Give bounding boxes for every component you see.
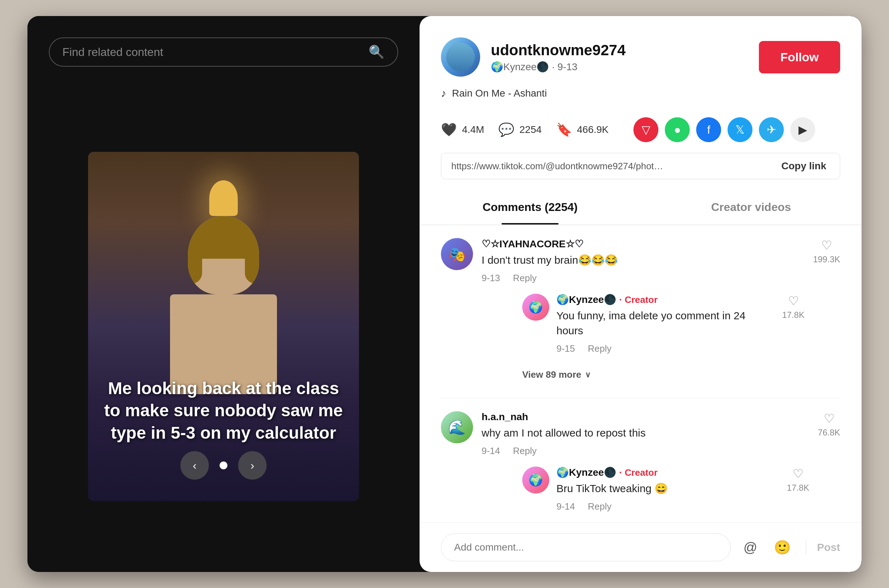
video-frame: Me looking back at the class to make sur…	[88, 152, 359, 501]
reply-2-avatar: 🌍	[522, 466, 549, 494]
chevron-down-icon: ∨	[585, 370, 591, 380]
search-icon: 🔍	[369, 45, 384, 60]
music-row: ♪ Rain On Me - Ashanti	[419, 87, 862, 110]
link-box: https://www.tiktok.com/@udontknowme9274/…	[441, 153, 840, 179]
video-caption: Me looking back at the class to make sur…	[102, 377, 345, 444]
share-btn-repost[interactable]: ▽	[634, 117, 658, 142]
kitchen-scene: Me looking back at the class to make sur…	[88, 152, 359, 501]
comment-input[interactable]	[441, 534, 731, 561]
creator-badge: Creator	[625, 294, 657, 305]
reply-1-avatar: 🌍	[522, 294, 549, 321]
person-hair-side-right	[245, 237, 259, 284]
share-icons: ▽ ● f 𝕏 ✈ ▶	[634, 117, 815, 142]
comment-2-heart-icon[interactable]: ♡	[824, 411, 835, 426]
copy-link-button[interactable]: Copy link	[778, 160, 830, 172]
follow-button[interactable]: Follow	[759, 41, 840, 74]
reply-2: 🌍 🌍Kynzee🌑 · Creator Bru TikTok tweaking…	[522, 456, 809, 522]
comment-1-like-count: 199.3K	[813, 255, 840, 264]
reply-1-text: You funny, ima delete yo comment in 24 h…	[556, 308, 775, 338]
comment-1-content: ♡☆IYAHNACORE☆♡ I don't trust my brain😂😂😂…	[482, 238, 805, 385]
tabs: Comments (2254) Creator videos	[419, 190, 862, 225]
video-area: Me looking back at the class to make sur…	[27, 81, 419, 572]
reply-2-like: ♡ 17.8K	[787, 466, 809, 512]
search-bar-wrap: 🔍	[27, 16, 419, 81]
at-icon[interactable]: @	[738, 535, 763, 560]
emoji-icon[interactable]: 🙂	[770, 535, 795, 560]
share-btn-facebook[interactable]: f	[696, 117, 721, 142]
reply-1-meta: 9-15 Reply	[556, 343, 775, 354]
share-btn-twitter[interactable]: 𝕏	[728, 117, 752, 142]
tab-comments[interactable]: Comments (2254)	[419, 190, 641, 225]
likes-count: 4.4M	[462, 124, 484, 135]
avatar-inner	[446, 43, 475, 71]
bookmarks-count: 466.9K	[577, 124, 609, 135]
reply-1-like: ♡ 17.8K	[782, 294, 805, 354]
comments-count: 2254	[520, 124, 541, 135]
comment-2-reply-btn[interactable]: Reply	[513, 446, 536, 456]
divider	[806, 540, 806, 555]
comment-1-text: I don't trust my brain😂😂😂	[482, 253, 805, 268]
reply-2-date: 9-14	[556, 501, 575, 512]
reply-1-reply-btn[interactable]: Reply	[588, 343, 611, 354]
reply-2-text: Bru TikTok tweaking 😄	[556, 481, 780, 496]
heart-icon: 🖤	[441, 122, 457, 137]
nav-dot-active	[219, 462, 227, 470]
reply-2-meta: 9-14 Reply	[556, 501, 780, 512]
music-title: Rain On Me - Ashanti	[452, 88, 547, 99]
reply-1-username: 🌍Kynzee🌑 · Creator	[556, 294, 775, 305]
share-btn-whatsapp[interactable]: ●	[665, 117, 690, 142]
comment-item-2: 🌊 h.a.n_nah why am I not allowed to repo…	[441, 398, 840, 522]
post-button[interactable]: Post	[817, 542, 840, 554]
profile-info: udontknowme9274 🌍Kynzee🌑 · 9-13	[491, 42, 748, 73]
view-more-1-text: View 89 more	[522, 369, 581, 380]
link-row: https://www.tiktok.com/@udontknowme9274/…	[419, 153, 862, 190]
tab-creator-videos[interactable]: Creator videos	[641, 190, 862, 225]
share-btn-more[interactable]: ▶	[790, 117, 815, 142]
reply-2-heart-icon[interactable]: ♡	[793, 466, 803, 481]
reply-1-date: 9-15	[556, 343, 575, 354]
likes-stat: 🖤 4.4M	[441, 122, 484, 137]
search-bar: 🔍	[49, 38, 398, 67]
comment-2-content: h.a.n_nah why am I not allowed to repost…	[482, 411, 809, 522]
comment-2-date: 9-14	[482, 446, 500, 456]
comments-section: 🎭 ♡☆IYAHNACORE☆♡ I don't trust my brain😂…	[419, 225, 862, 522]
comment-1-reply-btn[interactable]: Reply	[513, 273, 536, 284]
comment-1-like: ♡ 199.3K	[813, 238, 840, 385]
left-panel: 🔍	[27, 16, 419, 572]
comment-icon: 💬	[498, 122, 514, 137]
commenter-1-avatar: 🎭	[441, 238, 473, 270]
main-container: 🔍	[27, 16, 862, 572]
comment-1-heart-icon[interactable]: ♡	[821, 238, 832, 252]
comment-2-username: h.a.n_nah	[482, 411, 809, 423]
reply-2-content: 🌍Kynzee🌑 · Creator Bru TikTok tweaking 😄…	[556, 466, 780, 512]
search-input[interactable]	[62, 46, 362, 59]
share-btn-telegram[interactable]: ✈	[759, 117, 784, 142]
person-hair-side-left	[188, 237, 202, 284]
comments-stat: 💬 2254	[498, 122, 541, 137]
profile-section: udontknowme9274 🌍Kynzee🌑 · 9-13 Follow	[419, 16, 862, 87]
handle: 🌍Kynzee🌑 · 9-13	[491, 61, 748, 73]
link-text: https://www.tiktok.com/@udontknowme9274/…	[451, 161, 665, 172]
comment-input-row: @ 🙂 Post	[419, 522, 862, 572]
prev-arrow[interactable]: ‹	[180, 451, 209, 480]
reply-1-heart-icon[interactable]: ♡	[788, 294, 799, 308]
reply-2-username: 🌍Kynzee🌑 · Creator	[556, 466, 780, 478]
reply-1-content: 🌍Kynzee🌑 · Creator You funny, ima delete…	[556, 294, 775, 354]
comment-1-meta: 9-13 Reply	[482, 273, 805, 284]
right-panel: udontknowme9274 🌍Kynzee🌑 · 9-13 Follow ♪…	[419, 16, 862, 572]
comment-2-like-count: 76.8K	[818, 428, 840, 438]
reply-1: 🌍 🌍Kynzee🌑 · Creator You funny, ima dele…	[522, 284, 805, 364]
next-arrow[interactable]: ›	[238, 451, 267, 480]
nav-dots: ‹ ›	[180, 451, 267, 480]
comment-2-like: ♡ 76.8K	[818, 411, 840, 522]
bookmarks-stat: 🔖 466.9K	[556, 122, 609, 137]
view-more-1[interactable]: View 89 more ∨	[522, 364, 805, 385]
comment-2-text: why am I not allowed to repost this	[482, 426, 809, 441]
comment-item: 🎭 ♡☆IYAHNACORE☆♡ I don't trust my brain😂…	[441, 225, 840, 398]
username: udontknowme9274	[491, 42, 748, 59]
commenter-2-avatar: 🌊	[441, 411, 473, 443]
reply-2-like-count: 17.8K	[787, 483, 809, 493]
person-silhouette	[163, 216, 284, 394]
music-icon: ♪	[441, 87, 446, 99]
reply-2-reply-btn[interactable]: Reply	[588, 501, 611, 512]
